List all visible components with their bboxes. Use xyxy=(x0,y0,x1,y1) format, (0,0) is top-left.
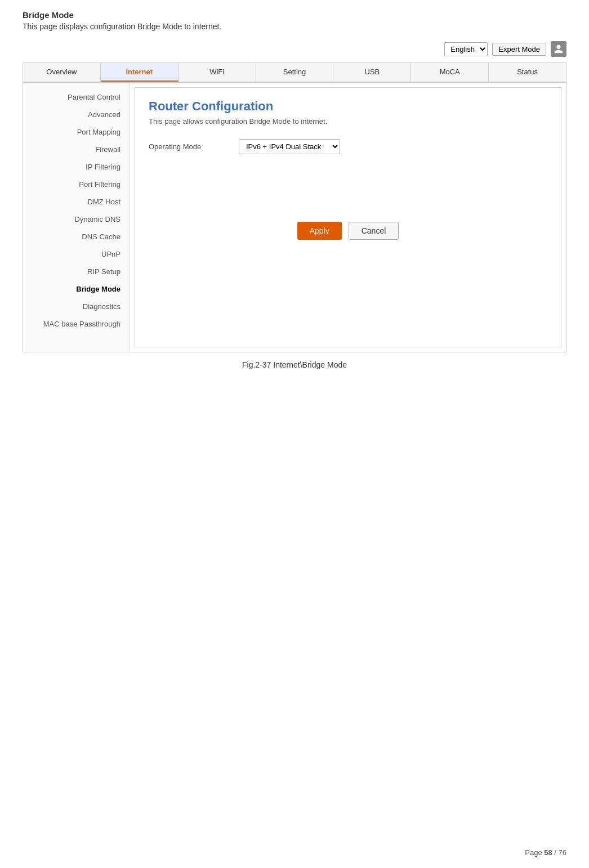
router-config-description: This page allows configuration Bridge Mo… xyxy=(149,117,547,126)
operating-mode-label: Operating Mode xyxy=(149,142,239,151)
sidebar-item-dmz-host[interactable]: DMZ Host xyxy=(23,193,130,211)
figure-caption: Fig.2-37 Internet\Bridge Mode xyxy=(23,360,566,369)
top-bar: English Expert Mode xyxy=(23,41,566,57)
sidebar-item-ip-filtering[interactable]: IP Filtering xyxy=(23,158,130,176)
button-area: Apply Cancel xyxy=(149,222,547,240)
main-panel: Router Configuration This page allows co… xyxy=(135,87,561,347)
sidebar: Parental Control Advanced Port Mapping F… xyxy=(23,83,130,352)
user-avatar-icon xyxy=(554,44,564,54)
language-select[interactable]: English xyxy=(444,42,488,56)
cancel-button[interactable]: Cancel xyxy=(349,222,399,240)
page-content: Bridge Mode This page displays configura… xyxy=(0,0,589,414)
sidebar-item-port-filtering[interactable]: Port Filtering xyxy=(23,176,130,193)
apply-button[interactable]: Apply xyxy=(297,222,342,240)
page-description: This page displays configuration Bridge … xyxy=(23,22,566,31)
sidebar-item-dns-cache[interactable]: DNS Cache xyxy=(23,228,130,245)
tab-usb[interactable]: USB xyxy=(333,63,411,82)
sidebar-item-firewall[interactable]: Firewall xyxy=(23,141,130,158)
user-icon[interactable] xyxy=(551,41,566,57)
tab-overview[interactable]: Overview xyxy=(23,63,101,82)
sidebar-item-dynamic-dns[interactable]: Dynamic DNS xyxy=(23,211,130,228)
router-config-title: Router Configuration xyxy=(149,99,547,114)
tab-moca[interactable]: MoCA xyxy=(411,63,489,82)
tab-setting[interactable]: Setting xyxy=(256,63,334,82)
page-title: Bridge Mode xyxy=(23,10,566,20)
sidebar-item-upnp[interactable]: UPnP xyxy=(23,245,130,263)
router-ui: Parental Control Advanced Port Mapping F… xyxy=(23,82,566,352)
sidebar-item-rip-setup[interactable]: RIP Setup xyxy=(23,263,130,280)
operating-mode-row: Operating Mode IPv6 + IPv4 Dual Stack IP… xyxy=(149,139,547,154)
page-footer: Page 58 / 76 xyxy=(525,848,566,857)
sidebar-item-port-mapping[interactable]: Port Mapping xyxy=(23,123,130,141)
expert-mode-button[interactable]: Expert Mode xyxy=(492,43,546,56)
sidebar-item-bridge-mode[interactable]: Bridge Mode xyxy=(23,280,130,298)
tab-internet[interactable]: Internet xyxy=(101,63,179,82)
operating-mode-select[interactable]: IPv6 + IPv4 Dual Stack IPv4 Only IPv6 On… xyxy=(239,139,340,154)
sidebar-item-mac-passthrough[interactable]: MAC base Passthrough xyxy=(23,315,130,333)
nav-tabs: Overview Internet WiFi Setting USB MoCA … xyxy=(23,62,566,82)
sidebar-item-advanced[interactable]: Advanced xyxy=(23,106,130,123)
sidebar-item-parental-control[interactable]: Parental Control xyxy=(23,88,130,106)
sidebar-item-diagnostics[interactable]: Diagnostics xyxy=(23,298,130,315)
tab-status[interactable]: Status xyxy=(489,63,566,82)
tab-wifi[interactable]: WiFi xyxy=(179,63,256,82)
